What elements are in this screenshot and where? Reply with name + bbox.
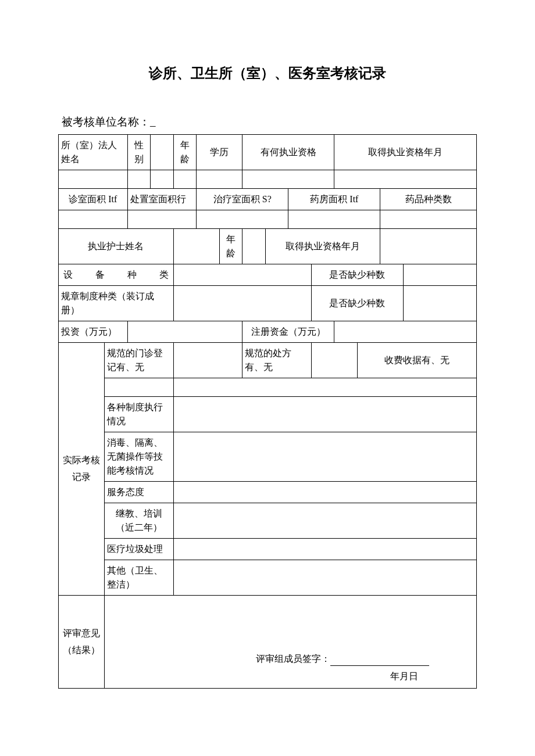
cell [173,539,476,560]
cell [173,286,311,321]
cell [59,210,128,229]
label-equip-short: 是否缺少种数 [311,264,403,286]
cell [380,229,477,264]
cell [105,378,174,397]
label-system-impl: 各种制度执行情况 [105,397,174,432]
label-attitude: 服务态度 [105,482,174,503]
page-title: 诊所、卫生所（室）、医务室考核记录 [58,64,477,83]
label-nurse-qual-date: 取得执业资格年月 [265,229,380,264]
cell [288,210,380,229]
label-edu: 学历 [197,135,242,170]
cell [127,321,242,343]
text: 评审组成员签字： [256,654,330,664]
label-qual-date: 取得执业资格年月 [334,135,477,170]
text: 类 [159,270,169,280]
label-drug-types: 药品种类数 [380,189,477,210]
cell [403,264,476,286]
label-treatment-area: 治疗室面积 S? [197,189,288,210]
cell [151,170,174,189]
cell [242,229,266,264]
cell [173,229,219,264]
text: 设备种 [63,270,159,280]
cell [403,286,476,321]
unit-name-label: 被考核单位名称：_ [58,114,477,130]
label-nurse-age: 年龄 [219,229,242,264]
cell [242,170,334,189]
label-qual: 有何执业资格 [242,135,334,170]
signature-line [330,665,429,666]
cell [173,503,476,539]
label-reg-short: 是否缺少种数 [311,286,403,321]
signature-label: 评审组成员签字： [256,652,429,666]
cell [151,135,174,170]
cell [173,170,197,189]
label-clinic-area: 诊室面积 Itf [59,189,128,210]
label-nurse-name: 执业护士姓名 [59,229,174,264]
label-legal-name: 所（室）法人姓名 [59,135,128,170]
cell [173,378,476,397]
label-review-opinion: 评审意见（结果） [59,596,105,689]
label-age: 年龄 [173,135,197,170]
cell [173,482,476,503]
cell [380,210,477,229]
date-label: 年月日 [390,669,418,683]
cell [173,432,476,482]
label-training: 继教、培训（近二年） [105,503,174,539]
cell [59,170,128,189]
cell [197,210,288,229]
cell [173,343,242,378]
label-investment: 投资（万元） [59,321,128,343]
label-gender: 性别 [127,135,151,170]
label-disposal-area: 处置室面积行 [127,189,197,210]
label-other: 其他（卫生、整洁） [105,560,174,596]
cell [173,397,476,432]
cell [197,170,242,189]
label-registered: 注册资金（万元） [242,321,334,343]
cell [311,343,357,378]
label-waste: 医疗垃圾处理 [105,539,174,560]
signature-block: 评审组成员签字： 年月日 [105,596,477,689]
cell [173,560,476,596]
cell [127,170,151,189]
cell [334,321,477,343]
label-receipt: 收费收据有、无 [357,343,476,378]
label-equipment: 设备种类 [59,264,174,286]
label-prescription: 规范的处方有、无 [242,343,312,378]
label-registration: 规范的门诊登记有、无 [105,343,174,378]
assessment-table: 所（室）法人姓名 性别 年龄 学历 有何执业资格 取得执业资格年月 诊室面积 I… [58,134,477,689]
cell [334,170,477,189]
cell [127,210,197,229]
cell [173,264,311,286]
label-assessment-record: 实际考核记录 [59,343,105,596]
label-pharmacy-area: 药房面积 Itf [288,189,380,210]
label-sterile-skills: 消毒、隔离、无菌操作等技能考核情况 [105,432,174,482]
label-regulations: 规章制度种类（装订成册） [59,286,174,321]
